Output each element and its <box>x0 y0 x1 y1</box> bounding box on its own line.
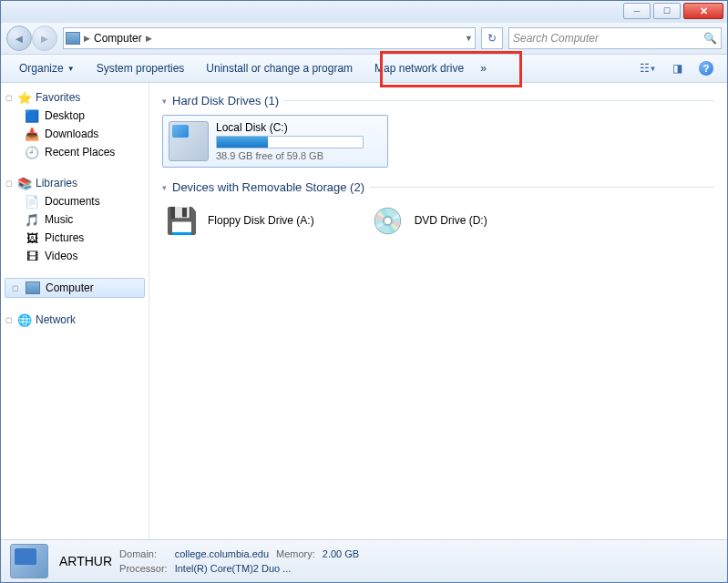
drive-dvd-d[interactable]: 💿 DVD Drive (D:) <box>369 201 487 240</box>
chevron-down-icon: ▼ <box>67 65 75 73</box>
videos-icon: 🎞 <box>25 249 39 263</box>
dvd-icon: 💿 <box>369 201 407 240</box>
libraries-header[interactable]: ▢📚Libraries <box>1 174 149 192</box>
recent-icon: 🕘 <box>25 145 39 159</box>
computer-icon <box>66 31 80 46</box>
drive-name: Floppy Disk Drive (A:) <box>208 214 314 227</box>
processor-label: Processor: <box>119 563 168 574</box>
organize-menu[interactable]: Organize▼ <box>8 55 86 82</box>
titlebar: ─ ☐ ✕ <box>1 1 727 23</box>
hard-drive-icon <box>169 121 209 161</box>
map-network-drive-button[interactable]: Map network drive » <box>364 55 497 82</box>
chevron-right-icon[interactable]: ▶ <box>146 34 152 43</box>
sidebar-item-videos[interactable]: 🎞Videos <box>1 247 149 265</box>
content-pane: ▾ Hard Disk Drives (1) Local Disk (C:) 3… <box>149 83 727 539</box>
computer-icon <box>26 281 40 295</box>
sidebar-item-documents[interactable]: 📄Documents <box>1 192 149 210</box>
minimize-button[interactable]: ─ <box>623 3 651 19</box>
system-properties-button[interactable]: System properties <box>86 55 196 82</box>
expand-icon: ▢ <box>11 284 20 292</box>
floppy-icon: 💾 <box>162 201 200 240</box>
libraries-group: ▢📚Libraries 📄Documents 🎵Music 🖼Pictures … <box>1 174 149 265</box>
libraries-icon: 📚 <box>17 176 32 190</box>
network-group: ▢🌐Network <box>1 311 149 329</box>
sidebar-item-computer[interactable]: ▢Computer <box>5 278 145 298</box>
sidebar-item-pictures[interactable]: 🖼Pictures <box>1 229 149 247</box>
computer-group: ▢Computer <box>1 278 149 298</box>
drive-name: Local Disk (C:) <box>216 121 364 134</box>
refresh-button[interactable]: ↻ <box>481 27 503 49</box>
computer-large-icon <box>10 544 48 578</box>
sidebar-item-desktop[interactable]: 🟦Desktop <box>1 107 149 125</box>
close-button[interactable]: ✕ <box>683 3 723 19</box>
sidebar-item-music[interactable]: 🎵Music <box>1 210 149 229</box>
overflow-indicator[interactable]: » <box>480 62 487 75</box>
command-bar: Organize▼ System properties Uninstall or… <box>1 55 727 83</box>
help-icon: ? <box>699 61 713 76</box>
star-icon: ⭐ <box>17 90 32 105</box>
explorer-window: ─ ☐ ✕ ◄ ► ▶ Computer ▶ ▼ ↻ Search Comput… <box>0 0 728 583</box>
drive-floppy-a[interactable]: 💾 Floppy Disk Drive (A:) <box>162 201 314 240</box>
help-button[interactable]: ? <box>696 60 716 77</box>
view-options-button[interactable]: ☷ ▼ <box>638 60 658 77</box>
back-button[interactable]: ◄ <box>6 26 32 51</box>
expand-icon: ▢ <box>5 179 14 188</box>
network-icon: 🌐 <box>17 312 32 327</box>
domain-value: college.columbia.edu <box>175 548 269 559</box>
desktop-icon: 🟦 <box>25 108 39 123</box>
forward-button[interactable]: ► <box>32 26 57 51</box>
music-icon: 🎵 <box>25 212 39 227</box>
domain-label: Domain: <box>119 548 168 559</box>
nav-bar: ◄ ► ▶ Computer ▶ ▼ ↻ Search Computer 🔍 <box>1 23 727 55</box>
maximize-button[interactable]: ☐ <box>653 3 681 19</box>
breadcrumb-location[interactable]: Computer <box>94 32 142 45</box>
sidebar-item-network[interactable]: ▢🌐Network <box>1 311 149 329</box>
sidebar-item-downloads[interactable]: 📥Downloads <box>1 125 149 143</box>
expand-icon: ▢ <box>5 316 14 324</box>
pictures-icon: 🖼 <box>25 230 39 245</box>
uninstall-program-button[interactable]: Uninstall or change a program <box>195 55 364 82</box>
memory-value: 2.00 GB <box>323 548 359 559</box>
favorites-header[interactable]: ▢⭐Favorites <box>1 88 149 107</box>
capacity-bar <box>216 136 364 148</box>
search-input[interactable]: Search Computer 🔍 <box>508 27 722 49</box>
hard-drives-header[interactable]: ▾ Hard Disk Drives (1) <box>162 94 714 107</box>
drive-name: DVD Drive (D:) <box>415 214 487 227</box>
preview-pane-button[interactable]: ◨ <box>667 60 687 77</box>
downloads-icon: 📥 <box>25 127 39 141</box>
expand-icon: ▢ <box>5 94 14 102</box>
search-placeholder: Search Computer <box>513 32 599 45</box>
processor-value: Intel(R) Core(TM)2 Duo ... <box>175 563 360 574</box>
details-pane: ARTHUR Domain: college.columbia.edu Memo… <box>1 539 727 582</box>
collapse-icon: ▾ <box>162 183 167 192</box>
sidebar-item-recent-places[interactable]: 🕘Recent Places <box>1 143 149 161</box>
drive-local-disk-c[interactable]: Local Disk (C:) 38.9 GB free of 59.8 GB <box>162 115 388 168</box>
removable-header[interactable]: ▾ Devices with Removable Storage (2) <box>162 180 714 194</box>
favorites-group: ▢⭐Favorites 🟦Desktop 📥Downloads 🕘Recent … <box>1 88 149 161</box>
computer-name: ARTHUR <box>59 554 112 568</box>
chevron-right-icon: ▶ <box>84 34 90 43</box>
collapse-icon: ▾ <box>162 97 167 106</box>
search-icon: 🔍 <box>703 32 717 45</box>
navigation-pane: ▢⭐Favorites 🟦Desktop 📥Downloads 🕘Recent … <box>1 83 149 539</box>
memory-label: Memory: <box>276 548 315 559</box>
address-bar[interactable]: ▶ Computer ▶ ▼ <box>63 27 476 49</box>
chevron-down-icon[interactable]: ▼ <box>465 34 473 43</box>
drive-free-space: 38.9 GB free of 59.8 GB <box>216 150 364 161</box>
documents-icon: 📄 <box>25 194 39 209</box>
